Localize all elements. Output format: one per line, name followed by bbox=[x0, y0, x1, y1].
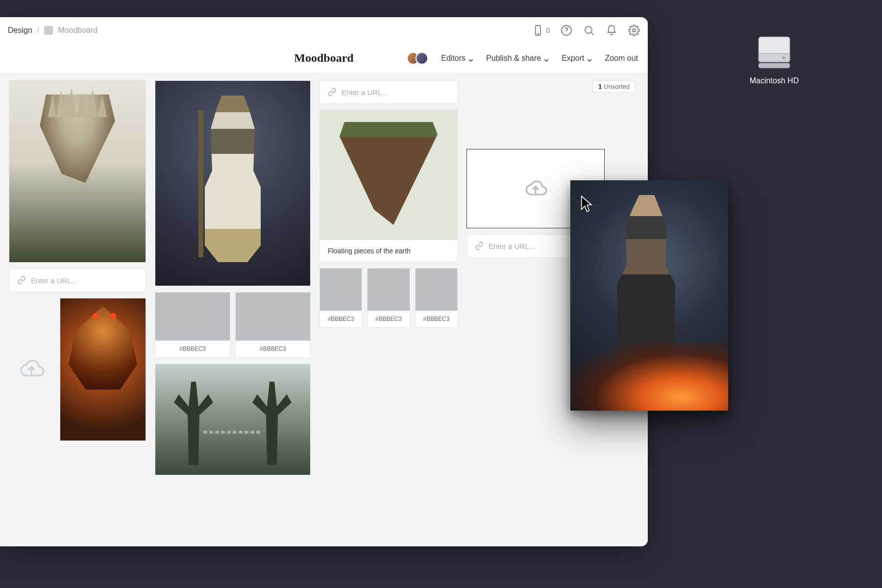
help-button[interactable] bbox=[561, 24, 572, 36]
svg-point-10 bbox=[633, 29, 636, 32]
search-button[interactable] bbox=[583, 24, 595, 36]
svg-line-9 bbox=[591, 32, 593, 35]
image-card-knight[interactable] bbox=[155, 80, 311, 286]
toolbar: Moodboard Editors Publish & share Export bbox=[0, 43, 648, 74]
color-swatch-label: #BBBEC3 bbox=[155, 341, 230, 357]
upload-dropzone-small[interactable] bbox=[9, 298, 54, 440]
image-card-castle[interactable] bbox=[9, 80, 146, 263]
color-swatch-label: #BBBEC3 bbox=[236, 341, 310, 357]
color-swatch bbox=[368, 269, 409, 311]
color-swatch-card[interactable]: #BBBEC3 bbox=[155, 292, 230, 358]
cursor-icon bbox=[580, 195, 594, 213]
image-caption: Floating pieces of the earth bbox=[320, 240, 457, 262]
color-swatch-card[interactable]: #BBBEC3 bbox=[319, 268, 362, 328]
svg-point-7 bbox=[566, 32, 566, 33]
canvas[interactable]: 1Unsorted Enter a URL... bbox=[0, 74, 648, 546]
publish-label: Publish & share bbox=[486, 54, 541, 63]
zoom-out-button[interactable]: Zoom out bbox=[605, 54, 638, 63]
notifications-button[interactable] bbox=[606, 24, 617, 36]
color-swatch-card[interactable]: #BBBEC3 bbox=[415, 268, 458, 328]
editors-dropdown[interactable]: Editors bbox=[441, 54, 473, 63]
color-swatch-card[interactable]: #BBBEC3 bbox=[235, 292, 311, 358]
hard-drive-icon bbox=[755, 33, 793, 72]
settings-button[interactable] bbox=[628, 24, 640, 36]
image-thumbnail bbox=[320, 110, 457, 240]
image-thumbnail bbox=[155, 364, 310, 475]
export-label: Export bbox=[562, 54, 584, 63]
url-input-placeholder: Enter a URL... bbox=[31, 276, 77, 285]
breadcrumb-page-icon bbox=[44, 26, 53, 35]
swatch-row: #BBBEC3 #BBBEC3 #BBBEC3 bbox=[319, 268, 458, 328]
chevron-down-icon bbox=[468, 56, 473, 61]
image-thumbnail bbox=[155, 81, 310, 286]
editors-label: Editors bbox=[441, 54, 466, 63]
desktop: Macintosh HD Design / Moodboard 0 bbox=[0, 0, 882, 588]
breadcrumb: Design / Moodboard bbox=[8, 26, 98, 35]
editor-avatars[interactable] bbox=[407, 52, 428, 65]
color-swatch bbox=[320, 269, 362, 311]
url-input-card[interactable]: Enter a URL... bbox=[9, 269, 146, 292]
topbar: Design / Moodboard 0 bbox=[0, 17, 648, 43]
mobile-icon bbox=[532, 24, 544, 36]
zoom-out-label: Zoom out bbox=[605, 54, 638, 63]
image-thumbnail bbox=[9, 81, 146, 262]
image-card-floating-rock[interactable]: Floating pieces of the earth bbox=[319, 110, 458, 262]
mobile-count-value: 0 bbox=[546, 26, 550, 34]
avatar bbox=[416, 52, 428, 65]
chevron-down-icon bbox=[587, 56, 592, 61]
mobile-preview-button[interactable]: 0 bbox=[532, 24, 550, 36]
svg-point-8 bbox=[585, 26, 592, 33]
breadcrumb-current[interactable]: Moodboard bbox=[58, 26, 98, 35]
color-swatch-label: #BBBEC3 bbox=[320, 311, 362, 327]
image-thumbnail bbox=[60, 298, 146, 441]
color-swatch bbox=[155, 293, 230, 341]
svg-point-2 bbox=[783, 56, 785, 59]
link-icon bbox=[475, 242, 484, 250]
link-icon bbox=[328, 88, 337, 97]
svg-rect-1 bbox=[759, 53, 789, 62]
app-window: Design / Moodboard 0 bbox=[0, 17, 648, 546]
image-card-dragon[interactable] bbox=[60, 298, 146, 441]
url-input-placeholder: Enter a URL... bbox=[342, 88, 388, 97]
page-title[interactable]: Moodboard bbox=[294, 51, 353, 65]
breadcrumb-separator: / bbox=[37, 26, 39, 35]
unsorted-pill[interactable]: 1Unsorted bbox=[593, 80, 635, 93]
chevron-down-icon bbox=[544, 56, 549, 61]
unsorted-label: Unsorted bbox=[604, 83, 630, 90]
color-swatch-label: #BBBEC3 bbox=[368, 311, 409, 327]
swatch-row: #BBBEC3 #BBBEC3 bbox=[155, 292, 311, 358]
unsorted-count: 1 bbox=[598, 83, 602, 90]
color-swatch-card[interactable]: #BBBEC3 bbox=[367, 268, 410, 328]
publish-dropdown[interactable]: Publish & share bbox=[486, 54, 549, 63]
url-input-card[interactable]: Enter a URL... bbox=[319, 80, 458, 104]
desktop-disk[interactable]: Macintosh HD bbox=[745, 33, 804, 85]
dragged-image-preview[interactable] bbox=[570, 180, 728, 411]
color-swatch bbox=[416, 269, 457, 311]
url-input-placeholder: Enter a URL... bbox=[489, 242, 535, 250]
link-icon bbox=[17, 276, 26, 285]
desktop-disk-label: Macintosh HD bbox=[745, 76, 804, 85]
breadcrumb-root[interactable]: Design bbox=[8, 26, 32, 35]
export-dropdown[interactable]: Export bbox=[562, 54, 592, 63]
color-swatch bbox=[236, 293, 310, 341]
svg-rect-3 bbox=[759, 63, 789, 68]
color-swatch-label: #BBBEC3 bbox=[416, 311, 457, 327]
image-card-trees[interactable] bbox=[155, 364, 311, 475]
